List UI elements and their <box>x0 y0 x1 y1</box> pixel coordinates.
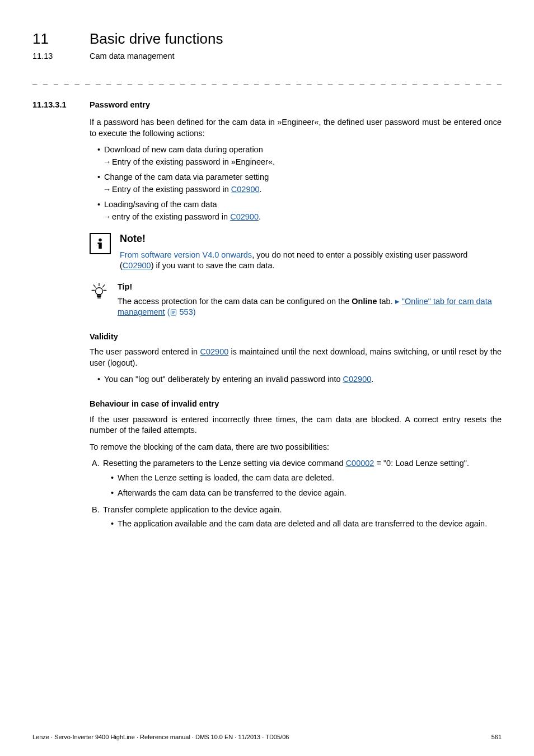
list-marker: B. <box>92 505 100 516</box>
action-detail: entry of the existing password in C02900… <box>104 212 502 223</box>
tip-body: The access protection for the cam data c… <box>118 296 502 318</box>
chapter-title: Basic drive functions <box>90 29 223 49</box>
list-item: The application available and the cam da… <box>111 519 502 530</box>
param-link[interactable]: C02900 <box>343 375 372 384</box>
list-item: Afterwards the cam data can be transferr… <box>111 488 502 499</box>
validity-paragraph: The user password entered in C02900 is m… <box>90 347 502 368</box>
intro-paragraph: If a password has been defined for the c… <box>90 117 502 139</box>
subsection-heading: 11.13.3.1 Password entry <box>32 100 502 111</box>
page-number-ref: 553) <box>177 307 196 316</box>
cross-ref-arrow-icon: ▸ <box>395 297 402 306</box>
list-item: You can "log out" deliberately by enteri… <box>97 374 502 385</box>
svg-line-5 <box>102 285 104 287</box>
list-marker: A. <box>92 458 100 469</box>
page-icon <box>170 309 177 316</box>
action-detail: Entry of the existing password in C02900… <box>104 184 502 195</box>
actions-list: Download of new cam data during operatio… <box>90 144 502 222</box>
action-main: Download of new cam data during operatio… <box>104 145 263 154</box>
subsection-number: 11.13.3.1 <box>32 100 90 111</box>
action-main: Change of the cam data via parameter set… <box>104 172 269 181</box>
subsection-title: Password entry <box>90 100 150 111</box>
divider: _ _ _ _ _ _ _ _ _ _ _ _ _ _ _ _ _ _ _ _ … <box>32 74 502 85</box>
svg-rect-2 <box>97 242 100 244</box>
action-item: Loading/saving of the cam data entry of … <box>97 199 502 222</box>
behaviour-paragraph: If the user password is entered incorrec… <box>90 414 502 436</box>
info-icon <box>90 233 111 254</box>
note-body: From software version V4.0 onwards, you … <box>120 250 502 272</box>
param-link[interactable]: C02900 <box>231 185 260 194</box>
version-info: From software version V4.0 onwards <box>120 250 252 259</box>
svg-line-4 <box>93 285 95 287</box>
param-link[interactable]: C02900 <box>230 212 259 221</box>
validity-heading: Validity <box>90 332 502 343</box>
tip-callout: Tip! The access protection for the cam d… <box>90 282 502 318</box>
param-link[interactable]: C02900 <box>123 261 151 270</box>
tip-title: Tip! <box>118 282 502 293</box>
remedy-item-b: B. Transfer complete application to the … <box>90 505 502 530</box>
param-link[interactable]: C00002 <box>346 459 374 468</box>
validity-list: You can "log out" deliberately by enteri… <box>90 374 502 385</box>
note-title: Note! <box>120 232 502 245</box>
lightbulb-icon <box>90 282 109 301</box>
tab-name: Online <box>352 297 377 306</box>
action-detail: Entry of the existing password in »Engin… <box>104 157 502 168</box>
remedy-list: A. Resetting the parameters to the Lenze… <box>90 458 502 530</box>
svg-point-0 <box>99 238 102 241</box>
behaviour-paragraph: To remove the blocking of the cam data, … <box>90 442 502 453</box>
page-header: 11 Basic drive functions 11.13 Cam data … <box>32 29 502 62</box>
remedy-item-a: A. Resetting the parameters to the Lenze… <box>90 458 502 499</box>
action-main: Loading/saving of the cam data <box>104 200 217 209</box>
svg-point-8 <box>96 288 103 295</box>
action-item: Download of new cam data during operatio… <box>97 144 502 167</box>
chapter-number: 11 <box>32 29 90 49</box>
list-item: When the Lenze setting is loaded, the ca… <box>111 473 502 484</box>
param-link[interactable]: C02900 <box>200 347 228 356</box>
behaviour-heading: Behaviour in case of invalid entry <box>90 399 502 410</box>
action-item: Change of the cam data via parameter set… <box>97 172 502 195</box>
section-title: Cam data management <box>90 51 175 62</box>
note-callout: Note! From software version V4.0 onwards… <box>90 232 502 272</box>
section-number: 11.13 <box>32 51 90 62</box>
